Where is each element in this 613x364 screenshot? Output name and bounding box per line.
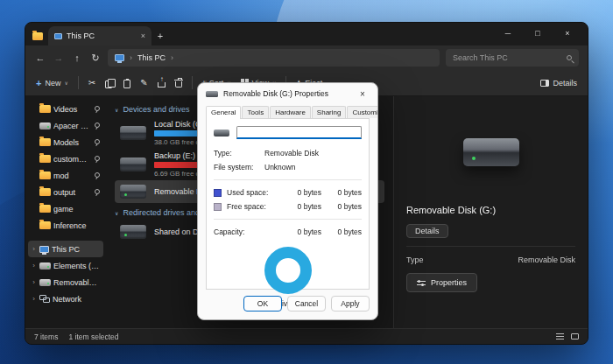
- close-button[interactable]: ×: [553, 23, 582, 44]
- folder-icon: [39, 188, 51, 196]
- rename-button[interactable]: ✎: [140, 78, 147, 88]
- network-icon: [39, 295, 50, 303]
- used-space-legend: [214, 189, 222, 197]
- dialog-buttons: OK Cancel Apply: [198, 290, 377, 319]
- pc-icon: [39, 246, 49, 253]
- tab-this-pc[interactable]: This PC ×: [48, 26, 151, 46]
- chevron-down-icon: ∨: [115, 210, 118, 216]
- sidebar-item-this-pc[interactable]: › This PC: [28, 241, 103, 257]
- navigation-bar: ← → ↑ ↻ › This PC ›: [25, 46, 588, 70]
- chevron-right-icon: ›: [171, 53, 173, 62]
- scissors-icon: ✂: [88, 78, 95, 88]
- window-controls: ─ □ ×: [493, 23, 582, 44]
- dialog-title: Removable Disk (G:) Properties: [223, 89, 344, 98]
- copy-button[interactable]: [105, 78, 114, 88]
- drive-icon: [214, 130, 229, 136]
- sidebar-item-custom-node[interactable]: custom_node: [28, 150, 103, 167]
- selection-count: 1 item selected: [68, 332, 118, 341]
- share-button[interactable]: [158, 78, 166, 88]
- drive-icon: [120, 158, 146, 172]
- paste-button[interactable]: [123, 78, 130, 88]
- status-bar: 7 items 1 item selected: [25, 328, 588, 344]
- details-view-toggle-icon[interactable]: [556, 333, 564, 340]
- file-system-value: Unknown: [264, 163, 295, 172]
- maximize-button[interactable]: □: [523, 23, 553, 44]
- sidebar-item-inference[interactable]: Inference: [28, 217, 103, 234]
- minimize-button[interactable]: ─: [493, 23, 523, 44]
- sidebar-item-network[interactable]: › Network: [28, 290, 103, 307]
- address-bar[interactable]: › This PC ›: [108, 49, 440, 66]
- delete-button[interactable]: [175, 78, 182, 88]
- properties-dialog: Removable Disk (G:) Properties × General…: [197, 82, 378, 320]
- drive-icon: [206, 91, 218, 97]
- folder-icon: [39, 105, 51, 113]
- chevron-right-icon: ›: [130, 53, 132, 62]
- free-space-legend: [214, 203, 222, 211]
- divider: [406, 246, 575, 247]
- rename-icon: ✎: [140, 78, 147, 88]
- item-count: 7 items: [34, 332, 58, 341]
- details-pane-icon: [540, 80, 549, 87]
- dialog-title-bar: Removable Disk (G:) Properties ×: [198, 83, 377, 104]
- sidebar-item-removable-disk[interactable]: › Removable Disk: [28, 274, 103, 290]
- chevron-right-icon[interactable]: ›: [31, 262, 37, 270]
- drive-icon: [39, 279, 51, 286]
- chevron-right-icon[interactable]: ›: [31, 278, 37, 286]
- sidebar-item-videos[interactable]: Videos: [28, 101, 103, 117]
- tab-tools[interactable]: Tools: [242, 106, 269, 118]
- drive-icon: [39, 262, 51, 270]
- search-box[interactable]: [446, 49, 579, 66]
- cancel-button[interactable]: Cancel: [287, 296, 326, 312]
- folder-icon: [39, 172, 51, 179]
- sidebar-item-elements[interactable]: › Elements (H:): [28, 257, 103, 274]
- cut-button[interactable]: ✂: [88, 78, 95, 88]
- explorer-app-icon: [32, 32, 43, 40]
- sidebar-item-mod[interactable]: mod: [28, 167, 103, 184]
- share-icon: [158, 82, 166, 88]
- breadcrumb[interactable]: This PC: [137, 53, 166, 62]
- sidebar-item-apacer[interactable]: Apacer (D:): [28, 117, 103, 134]
- back-button[interactable]: ←: [34, 52, 46, 63]
- new-tab-button[interactable]: +: [151, 31, 169, 41]
- details-section-header[interactable]: Details: [406, 224, 448, 238]
- pin-icon: [93, 172, 101, 179]
- details-pane: Removable Disk (G:) Details Type Removab…: [393, 96, 588, 328]
- tab-title: This PC: [67, 32, 137, 40]
- search-input[interactable]: [453, 53, 562, 62]
- large-icons-view-toggle-icon[interactable]: [571, 333, 579, 340]
- sidebar-item-output[interactable]: output: [28, 184, 103, 200]
- pin-icon: [93, 155, 101, 163]
- tab-close-icon[interactable]: ×: [141, 32, 145, 40]
- free-space-row: Free space: 0 bytes 0 bytes: [214, 202, 362, 211]
- shared-drive-icon: [120, 225, 146, 239]
- drive-type-value: Removable Disk: [264, 149, 319, 158]
- folder-icon: [39, 205, 51, 213]
- tab-customize[interactable]: Customize: [347, 106, 378, 118]
- removable-drive-image: [463, 138, 519, 166]
- chevron-right-icon[interactable]: ›: [31, 295, 37, 303]
- ok-button[interactable]: OK: [243, 296, 282, 312]
- dialog-close-button[interactable]: ×: [349, 89, 376, 99]
- divider: [214, 179, 362, 180]
- up-button[interactable]: ↑: [71, 52, 83, 63]
- new-button[interactable]: + New ∨: [36, 78, 68, 88]
- details-pane-toggle[interactable]: Details: [540, 79, 577, 88]
- copy-icon: [105, 80, 112, 88]
- chevron-right-icon[interactable]: ›: [31, 245, 37, 253]
- folder-icon: [39, 138, 51, 146]
- drive-icon: [39, 122, 51, 130]
- folder-icon: [39, 155, 51, 163]
- tab-sharing[interactable]: Sharing: [312, 106, 347, 118]
- sidebar-item-models[interactable]: Models: [28, 134, 103, 150]
- pc-icon: [54, 33, 62, 39]
- tab-general[interactable]: General: [206, 106, 241, 119]
- refresh-button[interactable]: ↻: [89, 52, 102, 64]
- sidebar-item-game[interactable]: game: [28, 200, 103, 217]
- apply-button[interactable]: Apply: [331, 296, 370, 312]
- forward-button[interactable]: →: [53, 52, 65, 63]
- tab-hardware[interactable]: Hardware: [270, 106, 311, 118]
- chevron-down-icon: ∨: [64, 80, 67, 86]
- pin-icon: [93, 105, 101, 113]
- volume-label-input[interactable]: [236, 126, 362, 139]
- properties-button[interactable]: Properties: [406, 273, 477, 292]
